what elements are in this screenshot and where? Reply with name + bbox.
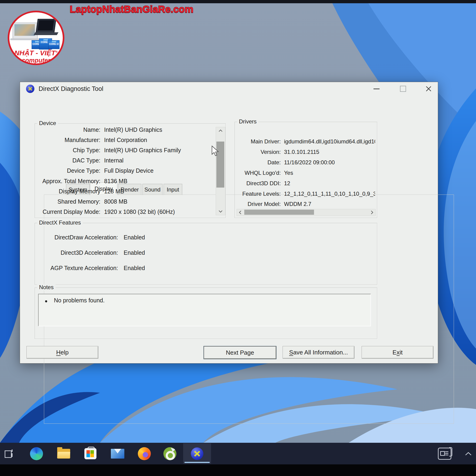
next-page-button[interactable]: Next Page — [204, 346, 276, 359]
chevron-right-icon — [371, 210, 374, 215]
field-value: Enabled — [124, 234, 145, 241]
logo-title: NHẬT - VIỆT® — [9, 49, 63, 57]
tray-show-hidden-icons-button[interactable] — [461, 445, 475, 462]
field-value: 12 — [284, 180, 375, 187]
laptop-image — [13, 23, 38, 39]
title-bar[interactable]: DirectX Diagnostic Tool — [20, 82, 438, 96]
bullet-icon — [45, 300, 47, 302]
badge-text: CORE i3 — [49, 43, 59, 45]
taskbar-edge-button[interactable] — [30, 445, 43, 462]
field-label: Version: — [235, 149, 281, 156]
laptop-screen-image — [14, 24, 35, 36]
dxdiag-window: DirectX Diagnostic Tool System Display R… — [20, 82, 438, 363]
field-label: Direct3D DDI: — [235, 180, 281, 187]
field-value: Internal — [104, 157, 123, 164]
field-label: DirectDraw Acceleration: — [35, 234, 118, 241]
laptop-base-image — [10, 38, 39, 40]
task-view-icon — [5, 449, 14, 458]
field-value: 8136 MB — [104, 178, 127, 185]
close-icon — [425, 85, 432, 92]
taskbar-coccoc-button[interactable] — [163, 445, 177, 462]
file-explorer-icon — [57, 449, 70, 459]
scroll-left-button[interactable] — [237, 209, 243, 216]
field-label: AGP Texture Acceleration: — [35, 265, 118, 272]
scroll-right-button[interactable] — [369, 209, 375, 216]
field-label: Name: — [35, 126, 101, 133]
directx-features-group: DirectX Features DirectDraw Acceleration… — [35, 223, 377, 285]
chevron-left-icon — [239, 210, 241, 215]
save-all-information-button[interactable]: Save All Information... — [283, 346, 355, 359]
taskbar-firefox-button[interactable] — [137, 445, 151, 462]
field-value: Full Display Device — [104, 167, 154, 174]
field-value: 1920 x 1080 (32 bit) (60Hz) — [104, 208, 175, 215]
field-label: Approx. Total Memory: — [35, 178, 101, 185]
laptop-image-2 — [36, 19, 56, 33]
field-value: WDDM 2.7 — [284, 201, 375, 208]
field-label: DAC Type: — [35, 157, 101, 164]
help-button[interactable]: Help — [27, 346, 98, 359]
device-vertical-scrollbar[interactable] — [216, 127, 225, 215]
drivers-group-label: Drivers — [237, 118, 258, 125]
notes-group: Notes No problems found. — [35, 288, 377, 339]
field-label: Shared Memory: — [35, 198, 101, 205]
screen-bezel-bottom — [0, 464, 476, 476]
laptop-base-image-2 — [34, 32, 59, 35]
screen-bezel-top — [0, 0, 476, 3]
microsoft-store-icon — [84, 448, 96, 459]
field-value: igdumdim64.dll,igd10iumd64.dll,igd10 — [284, 138, 375, 145]
mail-icon — [111, 449, 124, 459]
field-value: 8008 MB — [104, 198, 127, 205]
device-group: Device Name: Intel(R) UHD Graphics Manuf… — [35, 123, 226, 218]
watermark-logo: intel CORE i7 intel CORE i5 intel CORE i… — [8, 11, 64, 65]
field-label: Driver Model: — [235, 201, 281, 208]
taskbar-store-button[interactable] — [84, 445, 97, 462]
exit-button[interactable]: Exit — [362, 346, 433, 359]
dxdiag-icon — [191, 447, 203, 460]
field-label: Display Memory — [35, 188, 101, 195]
minimize-button[interactable] — [371, 84, 383, 94]
close-button[interactable] — [423, 84, 435, 94]
coccoc-browser-icon — [163, 447, 176, 460]
widgets-button[interactable] — [438, 445, 452, 462]
screen: LaptopNhatBanGiaRe.com intel CORE i7 int… — [0, 0, 476, 476]
field-label: Manufacturer: — [35, 137, 101, 144]
notes-group-label: Notes — [37, 284, 55, 290]
field-value: 31.0.101.2115 — [284, 149, 375, 156]
scroll-down-button[interactable] — [216, 208, 225, 215]
field-label: Date: — [235, 159, 281, 166]
field-value: Intel(R) UHD Graphics — [104, 126, 162, 133]
drivers-horizontal-scrollbar[interactable] — [237, 209, 375, 216]
task-view-button[interactable] — [2, 445, 16, 462]
news-widgets-icon — [438, 448, 451, 460]
field-value: Enabled — [124, 265, 145, 272]
notes-textbox[interactable]: No problems found. — [38, 294, 371, 326]
laptop-screen-image-2 — [38, 20, 54, 31]
field-label: Device Type: — [35, 167, 101, 174]
device-group-label: Device — [37, 120, 58, 126]
field-value: 128 MB — [104, 188, 124, 195]
field-value: Enabled — [124, 249, 145, 256]
features-group-label: DirectX Features — [37, 220, 83, 226]
taskbar-dxdiag-button[interactable] — [190, 445, 204, 462]
taskbar-mail-button[interactable] — [111, 445, 125, 462]
edge-icon — [30, 447, 43, 460]
intel-label: intel — [49, 40, 59, 43]
dxdiag-icon — [26, 85, 34, 93]
field-label: Feature Levels: — [235, 191, 281, 198]
maximize-button[interactable] — [397, 84, 409, 94]
intel-core-i3-badge: intel CORE i3 — [48, 40, 60, 49]
scroll-up-button[interactable] — [216, 127, 225, 134]
field-label: Current Display Mode: — [35, 208, 101, 215]
firefox-icon — [138, 447, 151, 460]
field-label: Direct3D Acceleration: — [35, 249, 118, 256]
taskbar-file-explorer-button[interactable] — [57, 445, 71, 462]
field-label: WHQL Logo'd: — [235, 170, 281, 177]
field-label: Main Driver: — [235, 138, 281, 145]
drivers-group: Drivers Main Driver: igdumdim64.dll,igd1… — [235, 122, 377, 218]
field-value: Yes — [284, 170, 375, 177]
mouse-cursor — [211, 146, 221, 157]
scrollbar-thumb[interactable] — [244, 210, 314, 215]
window-title: DirectX Diagnostic Tool — [39, 85, 103, 92]
field-value: 11/16/2022 09:00:00 — [284, 159, 375, 166]
chevron-up-icon — [465, 452, 472, 456]
